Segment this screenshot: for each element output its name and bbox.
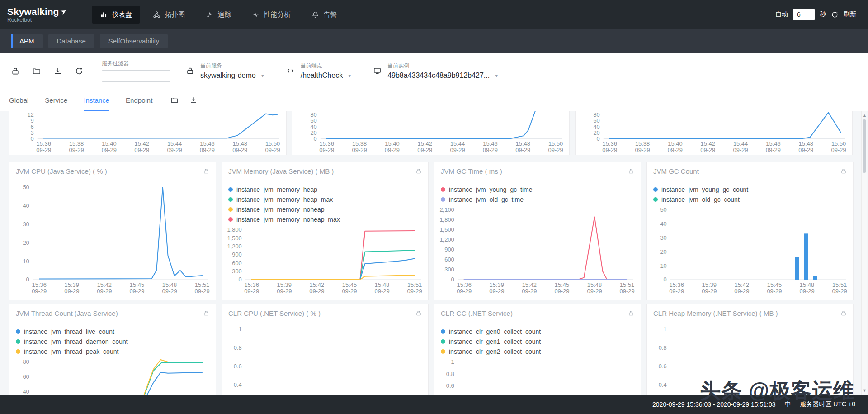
- lock-icon[interactable]: [203, 168, 209, 174]
- scroll-down-icon[interactable]: ▼: [862, 388, 867, 393]
- nav-item-alarm[interactable]: 告警: [303, 6, 345, 24]
- export-template-button[interactable]: [53, 67, 62, 76]
- nav-item-trace[interactable]: 追踪: [198, 6, 239, 24]
- tab-apm[interactable]: APM: [11, 34, 43, 48]
- lock-icon[interactable]: [415, 310, 422, 316]
- lock-icon[interactable]: [415, 168, 422, 174]
- nav-item-label: 告警: [323, 10, 337, 19]
- toolbar-icons: [11, 67, 84, 76]
- svg-text:15:42: 15:42: [418, 140, 432, 147]
- svg-text:15:48: 15:48: [800, 281, 814, 288]
- svg-text:0.6: 0.6: [659, 363, 667, 370]
- svg-text:600: 600: [232, 260, 242, 266]
- lock-icon[interactable]: [628, 168, 634, 174]
- refresh-button[interactable]: 刷新: [844, 10, 856, 19]
- panel-title: JVM GC Count: [653, 167, 699, 175]
- tab-selfobservability[interactable]: SelfObservability: [100, 34, 168, 48]
- auto-refresh-controls: 自动 秒 刷新: [775, 9, 856, 20]
- import-dashboard-button[interactable]: [170, 96, 179, 104]
- legend-item[interactable]: instance_clr_gen0_collect_count: [441, 328, 541, 336]
- legend-item[interactable]: instance_jvm_young_gc_count: [653, 186, 748, 194]
- svg-text:1: 1: [239, 326, 242, 333]
- import-template-button[interactable]: [32, 67, 41, 76]
- jvm-cpu-chart: 0102030405015:3609-2915:3909-2915:4209-2…: [9, 180, 216, 300]
- legend-item[interactable]: instance_clr_gen2_collect_count: [441, 347, 541, 356]
- lock-icon[interactable]: [840, 168, 847, 174]
- svg-text:15:40: 15:40: [385, 140, 399, 147]
- tab-instance[interactable]: Instance: [84, 89, 109, 111]
- tab-endpoint[interactable]: Endpoint: [126, 89, 152, 111]
- reload-button[interactable]: [75, 67, 84, 76]
- instance-selector-label: 当前实例: [387, 62, 498, 70]
- nav-item-dashboard[interactable]: 仪表盘: [92, 6, 140, 24]
- service-filter-input[interactable]: [102, 70, 170, 82]
- panel-chart-area: 03691215:3609-2915:3809-2915:4009-2915:4…: [9, 111, 286, 154]
- panel-chart-area: 00.20.40.60.8115:3609-2915:3909-2915:420…: [222, 322, 428, 395]
- svg-text:15:40: 15:40: [668, 140, 682, 147]
- topology-icon: [153, 11, 160, 19]
- svg-text:900: 900: [444, 246, 454, 253]
- dashboard-toolbar: 服务过滤器 当前服务 skywalking-demo ▾ 当前端点 /healt…: [0, 53, 868, 89]
- svg-text:15:45: 15:45: [130, 281, 144, 288]
- endpoint-selector[interactable]: 当前端点 /healthCheck ▾: [286, 62, 351, 80]
- svg-text:09-29: 09-29: [134, 147, 149, 153]
- legend-item[interactable]: instance_jvm_thread_daemon_count: [16, 338, 128, 346]
- legend-item[interactable]: instance_jvm_old_gc_time: [441, 195, 532, 204]
- lock-icon[interactable]: [628, 310, 634, 316]
- instance-selector[interactable]: 当前实例 49b8a433434c48a9b912b427... ▾: [373, 62, 498, 80]
- legend-item[interactable]: instance_jvm_memory_heap_max: [228, 195, 340, 204]
- legend-item[interactable]: instance_jvm_memory_heap: [228, 186, 340, 194]
- svg-text:15:36: 15:36: [32, 281, 47, 288]
- svg-text:15:38: 15:38: [635, 140, 650, 147]
- svg-text:09-29: 09-29: [162, 288, 177, 295]
- service-selector-value: skywalking-demo: [200, 71, 256, 80]
- svg-text:50: 50: [23, 184, 29, 190]
- legend-item[interactable]: instance_jvm_memory_noheap: [228, 205, 340, 214]
- svg-text:15:45: 15:45: [342, 281, 357, 288]
- svg-text:600: 600: [444, 256, 454, 263]
- refresh-icon[interactable]: [831, 11, 839, 19]
- nav-item-profile[interactable]: 性能分析: [244, 6, 299, 24]
- scroll-up-icon[interactable]: ▲: [862, 113, 867, 118]
- panel-title: CLR CPU (.NET Service) ( % ): [228, 309, 321, 317]
- legend-item[interactable]: instance_jvm_young_gc_time: [441, 186, 532, 194]
- svg-text:09-29: 09-29: [799, 288, 814, 295]
- svg-text:15:44: 15:44: [733, 140, 748, 147]
- scroll-thumb[interactable]: [863, 119, 866, 173]
- tab-global[interactable]: Global: [9, 89, 28, 111]
- download-icon: [53, 67, 62, 76]
- main-nav: 仪表盘 拓扑图 追踪 性能分析 告警: [92, 6, 775, 24]
- chart-legend: instance_jvm_memory_heapinstance_jvm_mem…: [228, 186, 340, 224]
- lock-icon[interactable]: [203, 310, 209, 316]
- service-selector[interactable]: 当前服务 skywalking-demo ▾: [186, 62, 264, 80]
- refresh-interval-input[interactable]: [793, 9, 815, 20]
- folder-icon: [170, 96, 179, 104]
- svg-text:15:36: 15:36: [320, 140, 334, 147]
- export-dashboard-button[interactable]: [189, 96, 198, 104]
- svg-text:40: 40: [660, 220, 666, 227]
- svg-text:09-29: 09-29: [587, 288, 602, 295]
- lock-toggle[interactable]: [11, 67, 20, 76]
- tab-database[interactable]: Database: [48, 34, 94, 48]
- svg-text:40: 40: [310, 124, 316, 130]
- svg-text:15:39: 15:39: [490, 281, 504, 288]
- auto-refresh-label[interactable]: 自动: [775, 10, 788, 19]
- legend-item[interactable]: instance_jvm_thread_peak_count: [16, 347, 128, 356]
- svg-text:0.8: 0.8: [234, 344, 242, 351]
- legend-item[interactable]: instance_jvm_thread_live_count: [16, 328, 128, 336]
- tab-service[interactable]: Service: [45, 89, 67, 111]
- chart-legend: instance_jvm_thread_live_countinstance_j…: [16, 328, 128, 356]
- panel-title: JVM Memory (Java Service) ( MB ): [228, 167, 334, 175]
- lock-icon[interactable]: [840, 310, 847, 316]
- svg-text:09-29: 09-29: [407, 288, 422, 295]
- nav-item-topology[interactable]: 拓扑图: [145, 6, 193, 24]
- svg-text:15:51: 15:51: [620, 281, 634, 288]
- logo[interactable]: Skywalking Rocketbot: [7, 6, 67, 23]
- legend-item[interactable]: instance_jvm_old_gc_count: [653, 195, 748, 204]
- legend-item[interactable]: instance_jvm_memory_noheap_max: [228, 215, 340, 224]
- svg-text:0.6: 0.6: [446, 382, 454, 389]
- endpoint-selector-label: 当前端点: [301, 62, 351, 70]
- vertical-scrollbar[interactable]: ▲ ▼: [861, 111, 867, 395]
- svg-text:15:40: 15:40: [102, 140, 116, 147]
- legend-item[interactable]: instance_clr_gen1_collect_count: [441, 338, 541, 346]
